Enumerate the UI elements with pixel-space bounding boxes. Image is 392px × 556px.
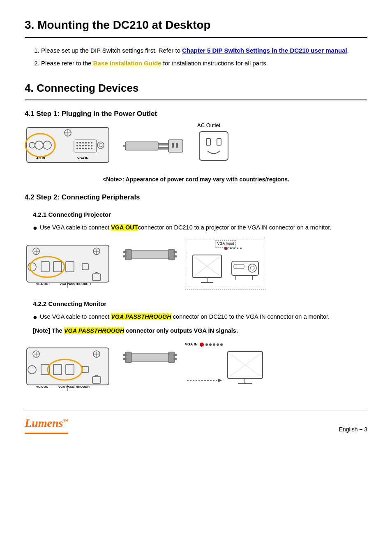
svg-point-111 bbox=[213, 343, 215, 346]
svg-point-69 bbox=[233, 248, 235, 249]
vga-dots-421 bbox=[224, 246, 244, 251]
svg-rect-103 bbox=[123, 354, 127, 356]
svg-rect-35 bbox=[168, 140, 183, 152]
footer: Lumens™ English – 3 bbox=[25, 410, 367, 434]
svg-point-79 bbox=[250, 266, 254, 270]
section41-title: 4.1 Step 1: Plugging in the Power Outlet bbox=[25, 109, 367, 119]
page-dash: – bbox=[360, 426, 363, 433]
power-cord-svg-container bbox=[123, 132, 185, 163]
svg-text:VGA OUT: VGA OUT bbox=[36, 385, 50, 389]
monitor-svg-421 bbox=[189, 253, 226, 286]
svg-point-15 bbox=[79, 145, 81, 146]
section422-bullet: ● Use VGA cable to connect VGA PASSTHROU… bbox=[33, 313, 367, 322]
svg-point-113 bbox=[220, 343, 223, 346]
dc210-panel-422: VGA OUT VGA PASSTHROUGH bbox=[25, 342, 115, 394]
item1-suffix: . bbox=[347, 47, 349, 54]
monitor-projector-row bbox=[189, 253, 263, 286]
section422-note: [Note] The VGA PASSTHROUGH connector onl… bbox=[33, 327, 367, 336]
dip-switch-link[interactable]: Chapter 5 DIP Switch Settings in the DC2… bbox=[182, 47, 347, 54]
ac-outlet-label: AC Outlet bbox=[197, 121, 220, 130]
svg-point-110 bbox=[209, 343, 212, 346]
section421-bullet-item: ● Use VGA cable to connect VGA OUTconnec… bbox=[33, 223, 367, 233]
svg-point-8 bbox=[76, 142, 78, 144]
svg-marker-115 bbox=[218, 378, 222, 382]
svg-rect-31 bbox=[125, 142, 158, 150]
svg-text:VGA PASSTHROUGH: VGA PASSTHROUGH bbox=[60, 282, 91, 286]
svg-point-18 bbox=[88, 145, 90, 146]
power-cord-svg bbox=[123, 132, 185, 160]
page-num: 3 bbox=[364, 426, 367, 433]
base-install-link[interactable]: Base Installation Guide bbox=[93, 60, 161, 67]
ac-outlet-svg bbox=[197, 130, 230, 162]
svg-point-112 bbox=[217, 343, 219, 346]
svg-rect-107 bbox=[173, 358, 177, 360]
section42-title: 4.2 Step 2: Connecting Peripherals bbox=[25, 192, 367, 203]
svg-point-10 bbox=[82, 142, 84, 144]
svg-point-70 bbox=[237, 248, 238, 249]
svg-rect-63 bbox=[168, 249, 175, 260]
device-back-panel-svg: AC IN VGA IN bbox=[25, 125, 111, 167]
item1-prefix: Please set up the DIP Switch settings fi… bbox=[41, 47, 182, 54]
ac-outlet-container: AC Outlet bbox=[197, 130, 230, 165]
s421-text: Use VGA cable to connect VGA OUTconnecto… bbox=[40, 223, 332, 232]
section421-title: 4.2.1 Connecting Projector bbox=[33, 210, 367, 220]
bullet-dot-1: ● bbox=[33, 223, 37, 233]
vga-cable-422 bbox=[123, 342, 177, 378]
svg-rect-62 bbox=[123, 255, 127, 257]
svg-rect-38 bbox=[199, 132, 228, 160]
dc210-svg-421: VGA OUT VGA PASSTHROUGH bbox=[25, 239, 115, 288]
s421-highlight: VGA OUT bbox=[111, 224, 138, 231]
note-prefix: [Note] The bbox=[33, 327, 64, 334]
svg-point-14 bbox=[76, 145, 78, 146]
svg-point-78 bbox=[248, 264, 256, 272]
logo-tm: ™ bbox=[63, 418, 68, 424]
svg-point-22 bbox=[82, 148, 84, 149]
item2-suffix: for installation instructions for all pa… bbox=[161, 60, 268, 67]
chapter3-list-item1: Please set up the DIP Switch settings fi… bbox=[41, 46, 367, 56]
svg-point-17 bbox=[85, 145, 87, 146]
step1-diagram-area: AC IN VGA IN AC Outlet bbox=[25, 125, 367, 169]
svg-rect-60 bbox=[125, 249, 131, 260]
monitor-svg-422 bbox=[224, 350, 269, 387]
svg-rect-104 bbox=[123, 358, 127, 360]
item2-prefix: Please refer to the bbox=[41, 60, 93, 67]
dashed-arrow-422 bbox=[185, 374, 222, 387]
step1-note: <Note>: Appearance of power cord may var… bbox=[25, 175, 367, 184]
svg-point-68 bbox=[230, 248, 232, 249]
vga-in-label: VGA IN bbox=[185, 342, 198, 348]
svg-rect-33 bbox=[158, 147, 168, 149]
chapter4-title: 4. Connecting Devices bbox=[25, 80, 367, 100]
svg-rect-105 bbox=[168, 352, 175, 363]
svg-text:VGA OUT: VGA OUT bbox=[36, 282, 50, 286]
svg-rect-65 bbox=[173, 255, 177, 257]
vga-cable-svg-422 bbox=[123, 342, 177, 375]
svg-point-109 bbox=[205, 343, 208, 346]
note-suffix: connector only outputs VGA IN signals. bbox=[124, 327, 238, 334]
svg-rect-102 bbox=[125, 352, 131, 363]
svg-point-24 bbox=[88, 148, 90, 149]
chapter3-title: 3. Mounting the DC210 at Desktop bbox=[25, 16, 367, 38]
chapter3-list-item2: Please refer to the Base Installation Gu… bbox=[41, 59, 367, 68]
bullet-dot-2: ● bbox=[33, 313, 37, 322]
svg-rect-32 bbox=[158, 143, 168, 145]
svg-rect-59 bbox=[127, 250, 173, 259]
svg-rect-101 bbox=[127, 353, 173, 361]
section422-diagram: VGA OUT VGA PASSTHROUGH VGA IN bbox=[25, 342, 367, 394]
svg-rect-64 bbox=[173, 251, 177, 253]
svg-point-16 bbox=[82, 145, 84, 146]
vga-cable-421 bbox=[123, 239, 177, 275]
vga-cable-svg-421 bbox=[123, 239, 177, 272]
svg-rect-36 bbox=[172, 143, 174, 148]
svg-point-21 bbox=[79, 148, 81, 149]
s421-suffix: connector on DC210 to a projector or the… bbox=[138, 224, 332, 231]
svg-rect-61 bbox=[123, 251, 127, 253]
svg-point-11 bbox=[85, 142, 87, 144]
svg-point-13 bbox=[91, 142, 92, 144]
s422-text: Use VGA cable to connect VGA PASSTHROUGH… bbox=[40, 313, 330, 322]
svg-point-67 bbox=[225, 248, 227, 249]
svg-rect-80 bbox=[234, 264, 244, 269]
section422-bullet-item: ● Use VGA cable to connect VGA PASSTHROU… bbox=[33, 313, 367, 322]
svg-point-9 bbox=[79, 142, 81, 144]
section421-bullet: ● Use VGA cable to connect VGA OUTconnec… bbox=[33, 223, 367, 233]
vga-in-dots bbox=[199, 342, 224, 348]
